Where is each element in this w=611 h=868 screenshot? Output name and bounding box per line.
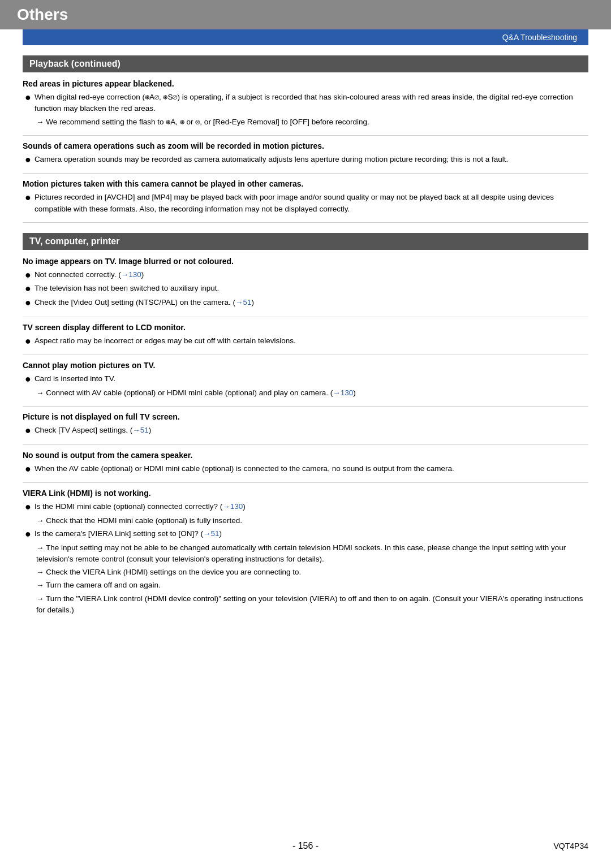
answer-item: ● Aspect ratio may be incorrect or edges… (23, 335, 588, 348)
ref-link[interactable]: →51 (132, 426, 149, 434)
ref-link[interactable]: →51 (235, 298, 252, 306)
bullet-icon: ● (25, 463, 31, 476)
qa-block-red-areas: Red areas in pictures appear blackened. … (23, 79, 588, 136)
answer-item: ● When digital red-eye correction (⎈A⊘, … (23, 92, 588, 115)
arrow-item: → Turn the camera off and on again. (23, 580, 588, 591)
section-header-tv: TV, computer, printer (23, 233, 588, 250)
question: Red areas in pictures appear blackened. (23, 79, 588, 88)
page-footer: - 156 - VQT4P34 (0, 841, 611, 851)
bullet-icon: ● (25, 297, 31, 309)
answer-text: Is the HDMI mini cable (optional) connec… (35, 501, 246, 512)
question: Sounds of camera operations such as zoom… (23, 141, 588, 150)
answer-text: Aspect ratio may be incorrect or edges m… (35, 335, 296, 347)
bullet-icon: ● (25, 373, 31, 386)
section-header-playback: Playback (continued) (23, 55, 588, 72)
answer-text: Is the camera's [VIERA Link] setting set… (35, 528, 222, 539)
arrow-item: → Turn the "VIERA Link control (HDMI dev… (23, 593, 588, 616)
page-number: - 156 - (0, 841, 611, 851)
main-content: Q&A Troubleshooting Playback (continued)… (0, 29, 611, 623)
question: TV screen display different to LCD monit… (23, 323, 588, 332)
answer-item: ● Not connected correctly. (→130) (23, 269, 588, 282)
qa-bar: Q&A Troubleshooting (23, 29, 588, 45)
question: Motion pictures taken with this camera c… (23, 179, 588, 188)
question: No image appears on TV. Image blurred or… (23, 257, 588, 266)
answer-item: ● Pictures recorded in [AVCHD] and [MP4]… (23, 192, 588, 215)
bullet-icon: ● (25, 269, 31, 282)
question: Picture is not displayed on full TV scre… (23, 412, 588, 421)
answer-text: Pictures recorded in [AVCHD] and [MP4] m… (35, 192, 588, 215)
question: Cannot play motion pictures on TV. (23, 361, 588, 370)
answer-item: ● The television has not been switched t… (23, 283, 588, 295)
answer-text: The television has not been switched to … (35, 283, 219, 294)
answer-text: When the AV cable (optional) or HDMI min… (35, 463, 454, 474)
bullet-icon: ● (25, 192, 31, 204)
bullet-icon: ● (25, 501, 31, 513)
answer-text: When digital red-eye correction (⎈A⊘, ⎈S… (35, 92, 588, 115)
qa-block-cannot-play: Cannot play motion pictures on TV. ● Car… (23, 361, 588, 407)
answer-item: ● Check [TV Aspect] settings. (→51) (23, 425, 588, 437)
bullet-icon: ● (25, 283, 31, 295)
question: No sound is output from the camera speak… (23, 451, 588, 460)
question: VIERA Link (HDMI) is not working. (23, 489, 588, 498)
qa-block-no-image: No image appears on TV. Image blurred or… (23, 257, 588, 317)
bullet-icon: ● (25, 528, 31, 541)
answer-item: ● Camera operation sounds may be recorde… (23, 154, 588, 166)
qa-block-motion-pictures: Motion pictures taken with this camera c… (23, 179, 588, 223)
page-header: Others (0, 0, 611, 29)
ref-link[interactable]: →130 (121, 270, 141, 279)
qa-block-viera: VIERA Link (HDMI) is not working. ● Is t… (23, 489, 588, 623)
answer-text: Card is inserted into TV. (35, 373, 115, 385)
page-title: Others (17, 6, 68, 23)
answer-text: Check the [Video Out] setting (NTSC/PAL)… (35, 297, 254, 308)
arrow-item: → Connect with AV cable (optional) or HD… (23, 387, 588, 399)
answer-item: ● Is the camera's [VIERA Link] setting s… (23, 528, 588, 541)
ref-link[interactable]: →130 (222, 502, 243, 511)
arrow-item: → Check the VIERA Link (HDMI) settings o… (23, 567, 588, 578)
ref-link[interactable]: →51 (203, 529, 220, 538)
answer-item: ● Is the HDMI mini cable (optional) conn… (23, 501, 588, 513)
answer-text: Check [TV Aspect] settings. (→51) (35, 425, 151, 436)
answer-text: Camera operation sounds may be recorded … (35, 154, 508, 165)
bullet-icon: ● (25, 92, 31, 104)
bullet-icon: ● (25, 154, 31, 166)
arrow-item: → The input setting may not be able to b… (23, 542, 588, 565)
answer-item: ● When the AV cable (optional) or HDMI m… (23, 463, 588, 476)
qa-label: Q&A Troubleshooting (502, 33, 577, 42)
answer-item: ● Card is inserted into TV. (23, 373, 588, 386)
qa-block-full-screen: Picture is not displayed on full TV scre… (23, 412, 588, 445)
answer-text: Not connected correctly. (→130) (35, 269, 144, 280)
ref-link[interactable]: →130 (333, 388, 353, 397)
qa-block-tv-screen: TV screen display different to LCD monit… (23, 323, 588, 356)
doc-code: VQT4P34 (554, 841, 588, 850)
answer-item: ● Check the [Video Out] setting (NTSC/PA… (23, 297, 588, 309)
qa-block-sounds: Sounds of camera operations such as zoom… (23, 141, 588, 174)
qa-block-no-sound: No sound is output from the camera speak… (23, 451, 588, 483)
arrow-item: → We recommend setting the flash to ⎈A, … (23, 116, 588, 128)
bullet-icon: ● (25, 335, 31, 348)
bullet-icon: ● (25, 425, 31, 437)
arrow-item: → Check that the HDMI mini cable (option… (23, 515, 588, 526)
